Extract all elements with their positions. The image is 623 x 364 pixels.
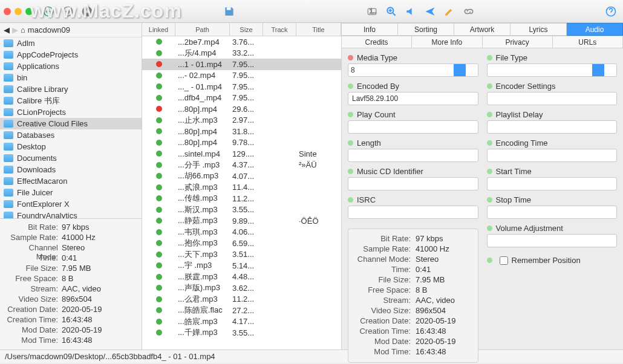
folder-item[interactable]: Applications	[0, 60, 142, 72]
close-window[interactable]	[4, 8, 11, 15]
col-linked[interactable]: Linked	[142, 23, 175, 36]
table-row[interactable]: ...声版).mp33.62...	[142, 282, 341, 294]
tab-audio[interactable]: Audio	[567, 23, 623, 36]
link-icon[interactable]	[460, 3, 477, 20]
table-row[interactable]: ...韦琪.mp34.06...	[142, 227, 341, 238]
field-input[interactable]	[348, 206, 478, 219]
folder-name: Creative Cloud Files	[17, 119, 88, 128]
table-row[interactable]: ...皓宸.mp34.17...	[142, 316, 341, 328]
field-input[interactable]	[487, 206, 618, 219]
breadcrumb[interactable]: ◀ ▶ ⌂ macdown09	[0, 23, 142, 37]
table-row[interactable]: ...sintel.mp4129....Sinte	[142, 148, 341, 160]
folder-icon	[4, 97, 13, 105]
folder-item[interactable]: CLionProjects	[0, 106, 142, 118]
field-input[interactable]	[348, 92, 478, 105]
tab-lyrics[interactable]: Lyrics	[510, 23, 567, 36]
tab-info[interactable]: Info	[342, 23, 398, 36]
tab-artwork[interactable]: Artwork	[454, 23, 510, 36]
table-row[interactable]: ...止水.mp32.97...	[142, 115, 341, 126]
folder-item[interactable]: AppCodeProjects	[0, 49, 142, 60]
table-row[interactable]: ...传雄.mp311.2...	[142, 193, 341, 204]
table-row[interactable]: ...胡66.mp34.07...	[142, 171, 341, 182]
chevron-left-icon[interactable]: ◀	[4, 25, 10, 34]
table-row[interactable]: ...dfb4_.mp47.95...	[142, 93, 341, 104]
help-icon[interactable]	[602, 3, 619, 20]
field-input[interactable]	[487, 177, 618, 190]
table-row[interactable]: ..._ - 01.mp47.95...	[142, 81, 341, 93]
table-row[interactable]: ...千嬅.mp33.55...	[142, 327, 341, 339]
back-button[interactable]	[40, 3, 57, 20]
table-row[interactable]: ...贰浪.mp311.4...	[142, 182, 341, 193]
field-input[interactable]	[348, 149, 478, 162]
folder-item[interactable]: FontExplorer X	[0, 198, 142, 210]
table-row[interactable]: ...陈皓宸.flac27.2...	[142, 305, 341, 316]
field-input[interactable]	[487, 234, 618, 247]
field-dot	[487, 112, 492, 117]
tab-credits[interactable]: Credits	[342, 36, 412, 48]
table-body[interactable]: ...2be7.mp43.76......乐/4.mp433.2......1 …	[142, 36, 341, 349]
table-row[interactable]: ...静茹.mp39.89...·ÖÊÖ	[142, 215, 341, 227]
cd-icon[interactable]	[79, 3, 96, 20]
cell-size: 4.17...	[230, 317, 263, 326]
field-input[interactable]	[487, 92, 618, 105]
edit-icon[interactable]	[441, 3, 458, 20]
field-input[interactable]	[348, 120, 478, 134]
tab-urls[interactable]: URLs	[553, 36, 623, 48]
folder-item[interactable]: Desktop	[0, 141, 142, 152]
table-row[interactable]: ...1 - 01.mp47.95...	[142, 59, 341, 70]
field-select[interactable]	[487, 63, 618, 77]
folder-item[interactable]: FoundryAnalytics	[0, 210, 142, 218]
table-row[interactable]: ...- 02.mp47.95...	[142, 70, 341, 82]
table-row[interactable]: ...天下.mp33.51...	[142, 249, 341, 261]
cell-size: 3.62...	[230, 284, 263, 293]
send-icon[interactable]	[422, 3, 439, 20]
field-input[interactable]	[487, 149, 618, 162]
table-row[interactable]: ...80p].mp49.78...	[142, 137, 341, 149]
table-row[interactable]: ...2be7.mp43.76...	[142, 36, 341, 48]
folder-item[interactable]: bin	[0, 72, 142, 83]
cell-path: ...1 - 01.mp4	[175, 60, 230, 69]
folder-icon	[4, 212, 13, 218]
field-input[interactable]	[348, 177, 478, 190]
tag-icon[interactable]: 1..	[364, 3, 380, 20]
chevron-right-icon[interactable]: ▶	[12, 25, 18, 34]
table-row[interactable]: ...分手 .mp34.37...²»ÄÜ	[142, 160, 341, 171]
save-icon[interactable]	[221, 3, 238, 20]
folder-item[interactable]: Calibre Library	[0, 83, 142, 95]
minimize-window[interactable]	[15, 8, 22, 15]
folder-item[interactable]: Calibre 书库	[0, 95, 142, 106]
col-title[interactable]: Title	[296, 23, 341, 36]
table-row[interactable]: ...80p].mp431.8...	[142, 126, 341, 137]
field-length: Length	[348, 138, 478, 162]
table-row[interactable]: ...斯汉.mp33.55...	[142, 204, 341, 216]
folder-icon	[4, 177, 13, 185]
col-size[interactable]: Size	[230, 23, 263, 36]
table-row[interactable]: ...乐/4.mp433.2...	[142, 48, 341, 59]
remember-position[interactable]: Remember Position	[487, 256, 618, 265]
table-row[interactable]: ...么君.mp311.2...	[142, 294, 341, 305]
zoom-in-icon[interactable]	[383, 3, 400, 20]
table-row[interactable]: ...抱你.mp36.59...	[142, 238, 341, 249]
remember-checkbox[interactable]	[500, 256, 508, 265]
folder-list[interactable]: AdlmAppCodeProjectsApplicationsbinCalibr…	[0, 37, 142, 218]
forward-button[interactable]	[59, 3, 76, 20]
col-path[interactable]: Path	[175, 23, 230, 36]
table-row[interactable]: ...宇 .mp35.14...	[142, 260, 341, 271]
folder-item[interactable]: Databases	[0, 129, 142, 141]
zoom-window[interactable]	[25, 8, 33, 15]
tab-privacy[interactable]: Privacy	[483, 36, 553, 48]
folder-item[interactable]: EffectMacaron	[0, 175, 142, 187]
folder-item[interactable]: File Juicer	[0, 187, 142, 198]
folder-item[interactable]: Downloads	[0, 164, 142, 175]
table-row[interactable]: ...朕霆.mp34.48...	[142, 271, 341, 283]
announce-icon[interactable]	[402, 3, 419, 20]
tab-sorting[interactable]: Sorting	[398, 23, 454, 36]
tab-more-info[interactable]: More Info	[412, 36, 482, 48]
table-row[interactable]: ...80p].mp429.6...	[142, 103, 341, 115]
folder-item[interactable]: Adlm	[0, 37, 142, 49]
col-track[interactable]: Track	[263, 23, 296, 36]
field-input[interactable]	[487, 120, 618, 134]
field-select[interactable]: 8	[348, 63, 478, 77]
folder-item[interactable]: Documents	[0, 152, 142, 164]
folder-item[interactable]: Creative Cloud Files	[0, 118, 142, 129]
